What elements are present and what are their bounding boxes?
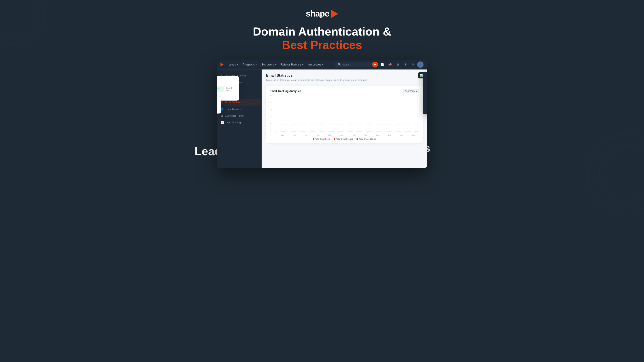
donut-title: Automated vs Manual — [426, 75, 427, 77]
add-button[interactable]: + — [372, 62, 378, 67]
legend-clicked-dot — [356, 138, 358, 140]
legend-opened: Total Email Opened — [334, 138, 353, 140]
legend-sent: Total Email Sents — [312, 138, 330, 140]
grid-icon[interactable]: ⊞ — [394, 61, 401, 68]
x-label-May: May — [324, 134, 336, 136]
sidebar-item-user-tracking[interactable]: 👤 User Tracking — [217, 106, 262, 112]
portal-icon: 🖥 — [220, 114, 223, 117]
leads-chevron-icon: ▾ — [237, 63, 238, 66]
headline-line1: Domain Authentication & — [253, 25, 391, 38]
nav-item-leads[interactable]: Leads ▾ — [227, 62, 240, 67]
search-bar[interactable]: 🔍 Search... — [335, 62, 371, 67]
x-label-Sep: Sep — [372, 134, 383, 136]
x-label-Oct: Oct — [384, 134, 395, 136]
associates-chevron-icon: ▾ — [322, 63, 323, 66]
donut-chart-card: Automated vs Manual Total Emails — [422, 72, 427, 114]
donut-legend: Automated 1,200 Manual 800 — [426, 104, 427, 111]
x-label-Apr: Apr — [312, 134, 324, 136]
total-records-value: 7,230 + 1,000 Goal 220 — [217, 103, 218, 110]
x-label-Jan: Jan — [276, 134, 288, 136]
borrowers-chevron-icon: ▾ — [275, 63, 276, 66]
nav-item-associates[interactable]: Associates ▾ — [306, 62, 325, 67]
headline-line2: Best Practices — [253, 38, 391, 52]
search-icon: 🔍 — [338, 63, 341, 66]
chart-header: Email Tracking Analytics Year View ▾ — [270, 89, 419, 93]
legend-clicked: Total Emails Clicked — [356, 138, 376, 140]
document-icon[interactable]: 📄 — [379, 61, 386, 68]
megaphone-icon[interactable]: 📣 — [387, 61, 393, 68]
user-avatar[interactable]: 👤 — [417, 61, 424, 68]
x-label-Nov: Nov — [395, 134, 407, 136]
x-label-Jul: Jul — [348, 134, 360, 136]
headline: Domain Authentication & Best Practices — [253, 25, 391, 52]
avg-speed-value: 9min 12s + 8min 12s Goal 1 min — [217, 83, 236, 97]
email-tracking-chart: Email Tracking Analytics Year View ▾ 25 … — [266, 86, 422, 143]
app-window: Leads ▾ Prospects ▾ Borrowers ▾ Referral… — [217, 60, 427, 168]
bar-chart: 25 20 15 10 5 0 JanFebMarAprMayJunJulAug… — [270, 96, 419, 136]
content-description: Lorem ipsum dolar amet lorem dolar amet … — [266, 78, 422, 82]
sidebar-item-lead-scoring[interactable]: 📈 Lead Scoring — [217, 119, 262, 126]
filter-chevron-icon: ▾ — [416, 90, 417, 92]
x-label-Dec: Dec — [407, 134, 419, 136]
donut-chart: Total Emails 2,000 — [426, 79, 427, 102]
year-view-filter[interactable]: Year View ▾ — [403, 89, 419, 93]
x-axis-labels: JanFebMarAprMayJunJulAugSepOctNovDec — [276, 134, 419, 136]
legend-sent-dot — [312, 138, 314, 140]
sidebar-item-customer-portal[interactable]: 🖥 Customer Portal — [217, 112, 262, 119]
x-label-Aug: Aug — [360, 134, 372, 136]
nav-bar: Leads ▾ Prospects ▾ Borrowers ▾ Referral… — [217, 60, 427, 69]
nav-item-referral-partners[interactable]: Referral Partners ▾ — [279, 62, 305, 67]
logo-arrow-icon — [332, 10, 338, 18]
nav-item-prospects[interactable]: Prospects ▾ — [241, 62, 258, 67]
avg-speed-label: Average Speed to Contact — [217, 79, 236, 82]
avg-speed-badge: + 8min 12s — [217, 86, 224, 92]
export-icon[interactable]: ⬆ — [402, 61, 408, 68]
bars-area — [276, 96, 419, 132]
x-label-Jun: Jun — [336, 134, 348, 136]
avg-speed-goal: Goal 1 min — [226, 87, 236, 91]
content-panel: 📊 Email Statistics Lorem ipsum dolar ame… — [262, 69, 427, 168]
search-placeholder: Search... — [342, 63, 352, 66]
content-title: Email Statistics — [266, 73, 422, 77]
chart-title: Email Tracking Analytics — [270, 90, 301, 93]
nav-item-borrowers[interactable]: Borrowers ▾ — [260, 62, 278, 67]
nav-logo-icon — [220, 63, 224, 66]
total-records-card: Total Records 7,230 + 1,000 Goal 220 — [217, 96, 222, 113]
prospects-chevron-icon: ▾ — [256, 63, 257, 66]
total-records-label: Total Records — [217, 99, 218, 102]
logo-text: shape — [306, 9, 330, 18]
logo: shape — [306, 9, 338, 18]
chart-legend: Total Email Sents Total Email Opened Tot… — [270, 138, 419, 140]
score-icon: 📈 — [220, 121, 224, 124]
referral-chevron-icon: ▾ — [302, 63, 303, 66]
x-label-Feb: Feb — [288, 134, 300, 136]
main-content: 🏷 Marketing Sources 🏷 s and Statuses 📊 r… — [217, 69, 427, 168]
legend-opened-dot — [334, 138, 336, 140]
settings-icon[interactable]: ⚙ — [410, 61, 416, 68]
content-header: Email Statistics Lorem ipsum dolar amet … — [262, 69, 427, 84]
x-label-Mar: Mar — [300, 134, 312, 136]
